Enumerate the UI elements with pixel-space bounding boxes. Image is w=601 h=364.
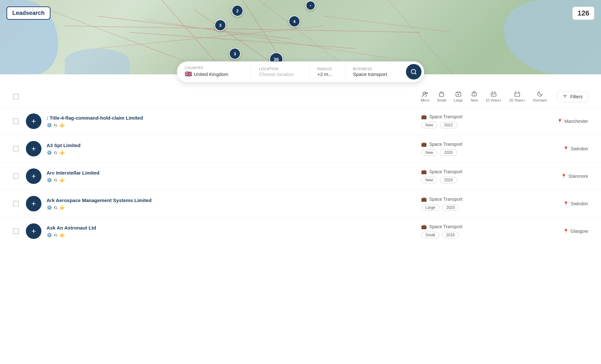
country-label: Country (185, 66, 243, 70)
row-4-add-button[interactable]: + (26, 196, 41, 211)
row-1-company-info: : Title-4-flag-command-hold-claim Limite… (47, 115, 416, 128)
row-5-checkbox-area (13, 228, 21, 234)
filter-bar: Micro Small Large (0, 82, 601, 107)
row-4-tag-year: 2020 (442, 204, 459, 211)
row-4-icon-settings[interactable]: ⚙️ (47, 205, 52, 210)
row-1-tag-new[interactable]: New (421, 122, 437, 128)
search-button[interactable] (406, 64, 421, 80)
table-row: + Arc Interstellar Limited ⚙️ G ⚜️ 💼 Spa… (0, 162, 601, 190)
svg-point-15 (426, 92, 427, 94)
row-1-tag-year: 2022 (440, 122, 457, 128)
row-3-tag-new[interactable]: New (421, 177, 437, 183)
row-5-add-button[interactable]: + (26, 223, 41, 239)
row-4-pin-icon: 📍 (563, 201, 569, 206)
filter-10years[interactable]: 10 Years+ (483, 90, 504, 103)
row-5-icon-settings[interactable]: ⚙️ (47, 232, 52, 238)
row-4-company-icons: ⚙️ G ⚜️ (47, 205, 416, 210)
filter-large-label: Large (454, 98, 463, 102)
row-1-checkbox[interactable] (13, 118, 19, 124)
map-marker-dot[interactable]: • (306, 1, 315, 10)
row-2-icon-settings[interactable]: ⚙️ (47, 150, 52, 155)
row-5-icon-crown[interactable]: ⚜️ (59, 232, 65, 238)
micro-icon (421, 91, 429, 97)
row-4-icon-google[interactable]: G (54, 205, 57, 210)
map-marker-3b[interactable]: 3 (229, 48, 241, 59)
business-label: Business (353, 67, 396, 71)
leadsearch-logo: Leadsearch (6, 6, 50, 20)
filter-new[interactable]: New (468, 90, 480, 103)
filter-micro[interactable]: Micro (418, 90, 432, 103)
row-4-tags: Large 2020 (421, 204, 518, 211)
svg-line-0 (97, 16, 291, 39)
small-icon (438, 91, 445, 97)
row-4-checkbox-area (13, 201, 21, 207)
business-value: Space transport (353, 71, 396, 77)
filter-25years[interactable]: 25 Years+ (507, 90, 528, 103)
25years-icon (514, 91, 521, 97)
select-all-checkbox[interactable] (13, 94, 19, 100)
filter-small[interactable]: Small (435, 90, 449, 103)
row-5-checkbox[interactable] (13, 228, 19, 234)
row-4-icon-crown[interactable]: ⚜️ (59, 205, 65, 210)
row-1-company-name[interactable]: : Title-4-flag-command-hold-claim Limite… (47, 115, 416, 121)
filter-dormant[interactable]: Dormant (530, 90, 549, 103)
filter-small-label: Small (437, 98, 446, 102)
row-1-add-button[interactable]: + (26, 113, 41, 129)
row-4-company-name[interactable]: Ark Aerospace Management Systems Limited (47, 198, 416, 203)
filter-icon (563, 94, 568, 99)
radius-field[interactable]: Radius +2 m... (310, 63, 345, 81)
row-2-icon-crown[interactable]: ⚜️ (59, 150, 65, 155)
row-5-company-name[interactable]: Ask An Astronaut Ltd (47, 225, 416, 230)
row-3-icon-settings[interactable]: ⚙️ (47, 177, 52, 183)
row-1-pin-icon: 📍 (557, 119, 563, 124)
row-5-company-info: Ask An Astronaut Ltd ⚙️ G ⚜️ (47, 225, 416, 238)
filters-button[interactable]: Filters (557, 91, 588, 102)
filter-large[interactable]: Large (451, 90, 465, 103)
row-3-add-button[interactable]: + (26, 168, 41, 184)
row-2-add-button[interactable]: + (26, 141, 41, 156)
map-marker-4[interactable]: 4 (289, 16, 300, 27)
row-3-checkbox-area (13, 173, 21, 179)
country-value: 🇬🇧 United Kingdom (185, 70, 243, 78)
row-5-icon-google[interactable]: G (54, 232, 57, 238)
row-1-icon-settings[interactable]: ⚙️ (47, 123, 52, 128)
row-2-tag-year: 2020 (440, 149, 457, 156)
row-4-tag-size[interactable]: Large (421, 204, 440, 211)
row-2-tag-new[interactable]: New (421, 149, 437, 156)
svg-point-14 (423, 92, 425, 94)
row-3-icon-crown[interactable]: ⚜️ (59, 177, 65, 183)
row-3-checkbox[interactable] (13, 173, 19, 179)
row-1-icon-google[interactable]: G (54, 123, 57, 128)
row-3-icon-google[interactable]: G (54, 177, 57, 183)
svg-rect-22 (491, 93, 496, 96)
uk-flag-icon: 🇬🇧 (185, 70, 192, 78)
map-marker-2[interactable]: 2 (232, 5, 243, 16)
app-container: 2 4 3 3 36 • Leadsearch 126 (0, 0, 601, 364)
location-field[interactable]: Location Choose location (251, 63, 310, 81)
row-2-checkbox[interactable] (13, 146, 19, 152)
row-4-company-info: Ark Aerospace Management Systems Limited… (47, 198, 416, 210)
row-2-icon-google[interactable]: G (54, 150, 57, 155)
business-field[interactable]: Business Space transport (345, 63, 403, 81)
select-all-area (13, 94, 19, 100)
10years-icon (490, 91, 497, 97)
row-2-briefcase-icon: 💼 (421, 142, 427, 147)
row-3-briefcase-icon: 💼 (421, 169, 427, 174)
location-label: Location (259, 67, 301, 71)
table-row: + : Title-4-flag-command-hold-claim Limi… (0, 107, 601, 135)
row-1-icon-crown[interactable]: ⚜️ (59, 123, 65, 128)
row-5-tag-size[interactable]: Small (421, 232, 439, 238)
row-1-company-icons: ⚙️ G ⚜️ (47, 123, 416, 128)
row-3-industry: 💼 Space Transport (421, 169, 518, 174)
map-marker-3a[interactable]: 3 (214, 19, 226, 31)
location-placeholder: Choose location (259, 71, 301, 77)
row-5-industry: 💼 Space Transport (421, 224, 518, 229)
row-2-company-name[interactable]: A3 Spt Limited (47, 143, 416, 148)
row-5-company-icons: ⚙️ G ⚜️ (47, 232, 416, 238)
row-1-industry: 💼 Space Transport (421, 114, 518, 119)
row-4-checkbox[interactable] (13, 201, 19, 207)
row-3-company-name[interactable]: Arc Interstellar Limited (47, 170, 416, 176)
row-1-tags: New 2022 (421, 122, 518, 128)
svg-line-4 (65, 26, 421, 32)
country-field[interactable]: Country 🇬🇧 United Kingdom (177, 62, 251, 81)
